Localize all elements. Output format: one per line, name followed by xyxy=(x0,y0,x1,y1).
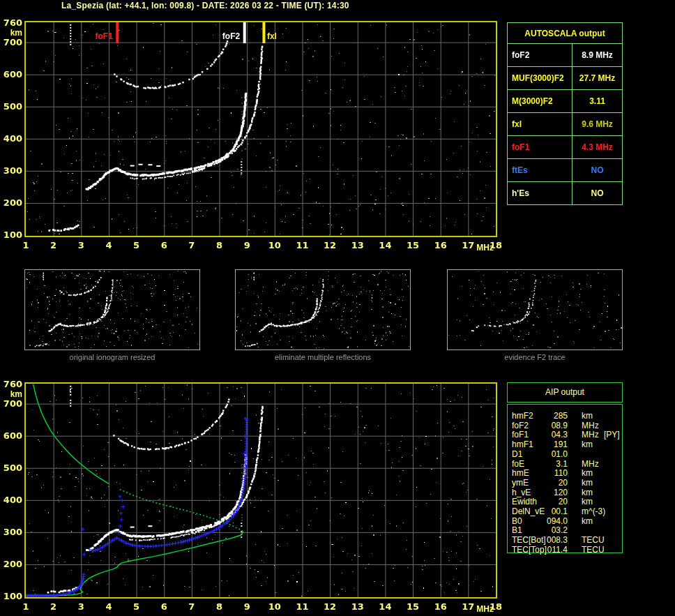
thumbnail-caption-original: original ionogram resized xyxy=(36,353,189,361)
x-tick-label: 4 xyxy=(98,240,119,250)
aip-row-value: 20 xyxy=(537,497,568,506)
aip-row-value: 03.2 xyxy=(537,525,568,535)
autoscala-row-label: foF1 xyxy=(508,136,572,159)
aip-row-B0: B0094.0km xyxy=(508,516,622,525)
autoscala-row-M(3000)F2: M(3000)F23.11 xyxy=(508,90,623,113)
y-tick-label: 400 xyxy=(0,133,22,144)
x-tick-label: 8 xyxy=(209,601,230,612)
aip-row-foF1: foF104.3MHz[PY] xyxy=(508,430,622,439)
aip-row-value: 20 xyxy=(537,478,568,488)
aip-row-unit: MHz xyxy=(582,459,599,469)
x-tick-label: 10 xyxy=(264,601,285,612)
y-tick-label: 600 xyxy=(0,69,22,80)
marker-label-foF1: foF1 xyxy=(85,31,113,41)
aip-row-value: 011.4 xyxy=(537,545,568,555)
aip-row-value: 3.1 xyxy=(537,459,568,469)
aip-row-unit: km xyxy=(582,440,593,449)
aip-row-label: hmF1 xyxy=(512,440,533,449)
aip-row-value: 285 xyxy=(537,411,568,421)
autoscala-row-h'Es: h'EsNO xyxy=(508,182,623,205)
autoscala-row-value: 9.6 MHz xyxy=(572,113,623,136)
autoscala-output-table: AUTOSCALA outputfoF28.9 MHzMUF(3000)F227… xyxy=(507,22,623,205)
aip-row-label: foF1 xyxy=(512,430,529,440)
aip-row-hmE: hmE110km xyxy=(508,468,622,477)
aip-row-value: 094.0 xyxy=(537,516,568,526)
autoscala-row-value: NO xyxy=(572,159,623,182)
x-tick-label: 17 xyxy=(457,240,478,250)
x-tick-label: 11 xyxy=(291,601,312,612)
aip-row-extra: [PY] xyxy=(604,430,620,440)
autoscala-row-MUF(3000)F2: MUF(3000)F227.7 MHz xyxy=(508,67,623,90)
aip-row-D1: D101.0 xyxy=(508,449,622,458)
aip-row-unit: km xyxy=(582,497,593,506)
y-tick-label: 700 xyxy=(0,37,22,47)
thumbnail-caption-evidence: evidence F2 trace xyxy=(458,353,612,361)
aip-row-label: h_vE xyxy=(512,488,531,497)
autoscala-row-label: fxI xyxy=(508,113,572,136)
x-tick-label: 12 xyxy=(319,601,340,612)
y-tick-label: 200 xyxy=(0,559,22,569)
aip-row-TEC[Bot]: TEC[Bot]008.3TECU xyxy=(508,535,622,544)
autoscala-row-value: NO xyxy=(572,182,623,205)
aip-row-value: 120 xyxy=(537,488,568,497)
aip-row-value: 110 xyxy=(537,468,568,478)
aip-row-unit: km xyxy=(582,488,593,497)
y-tick-label: 100 xyxy=(0,591,22,601)
y-tick-label: 600 xyxy=(0,430,22,441)
x-tick-label: 14 xyxy=(374,601,395,612)
x-tick-label: 8 xyxy=(209,240,230,250)
x-tick-label: 3 xyxy=(70,601,91,612)
aip-row-unit: km xyxy=(582,516,593,526)
x-tick-label: 10 xyxy=(264,240,285,250)
aip-row-value: 01.0 xyxy=(537,449,568,459)
aip-row-value: 008.3 xyxy=(537,535,568,545)
x-tick-label: 7 xyxy=(181,601,202,612)
y-axis-unit-label: km xyxy=(7,389,22,399)
x-tick-label: 6 xyxy=(153,601,174,612)
y-tick-label: 500 xyxy=(0,101,22,112)
x-tick-label: 11 xyxy=(291,240,312,250)
y-tick-label: 760 xyxy=(0,17,22,28)
autoscala-row-value: 3.11 xyxy=(572,90,623,113)
x-tick-label: 15 xyxy=(402,240,423,250)
x-tick-label: 9 xyxy=(236,601,257,612)
thumbnail-caption-eliminate: eliminate multiple reflections xyxy=(246,353,400,361)
aip-row-B1: B103.2 xyxy=(508,525,622,534)
x-tick-label: 1 xyxy=(15,601,36,612)
aip-row-unit: km xyxy=(582,478,593,488)
aip-row-label: foF2 xyxy=(512,421,529,430)
aip-row-unit: km xyxy=(582,468,593,478)
aip-row-unit: MHz xyxy=(582,421,599,430)
aip-row-ymE: ymE20km xyxy=(508,478,622,487)
aip-row-hmF2: hmF2285km xyxy=(508,411,622,420)
aip-row-label: foE xyxy=(512,459,524,469)
y-tick-label: 200 xyxy=(0,197,22,208)
x-tick-label: 17 xyxy=(457,601,478,612)
aip-row-label: hmE xyxy=(512,468,529,478)
autoscala-row-label: h'Es xyxy=(508,182,572,205)
x-tick-label: 7 xyxy=(181,240,202,250)
autoscala-row-value: 4.3 MHz xyxy=(572,136,623,159)
x-tick-label: 1 xyxy=(15,240,36,250)
autoscala-row-label: M(3000)F2 xyxy=(508,90,572,113)
y-axis-unit-label: km xyxy=(7,28,22,38)
x-axis-unit-label: MHz xyxy=(476,243,494,253)
autoscala-row-value: 27.7 MHz xyxy=(572,67,623,90)
aip-row-foF2: foF208.9MHz xyxy=(508,421,622,430)
aip-row-value: 04.3 xyxy=(537,430,568,440)
aip-row-hmF1: hmF1191km xyxy=(508,440,622,449)
x-tick-label: 16 xyxy=(430,601,451,612)
aip-row-TEC[Top]: TEC[Top]011.4TECU xyxy=(508,545,622,554)
page-title: La_Spezia (lat: +44.1, lon: 009.8) - DAT… xyxy=(61,1,349,10)
y-tick-label: 100 xyxy=(0,230,22,240)
aip-row-label: Ewidth xyxy=(512,497,537,506)
y-tick-label: 700 xyxy=(0,398,22,409)
x-tick-label: 13 xyxy=(347,601,368,612)
marker-label-fxI: fxI xyxy=(267,31,295,41)
aip-row-label: B0 xyxy=(512,516,522,526)
y-tick-label: 500 xyxy=(0,463,22,473)
x-tick-label: 5 xyxy=(126,601,147,612)
aip-output-header: AIP output xyxy=(507,382,623,403)
aip-row-Ewidth: Ewidth20km xyxy=(508,497,622,506)
y-tick-label: 300 xyxy=(0,527,22,537)
